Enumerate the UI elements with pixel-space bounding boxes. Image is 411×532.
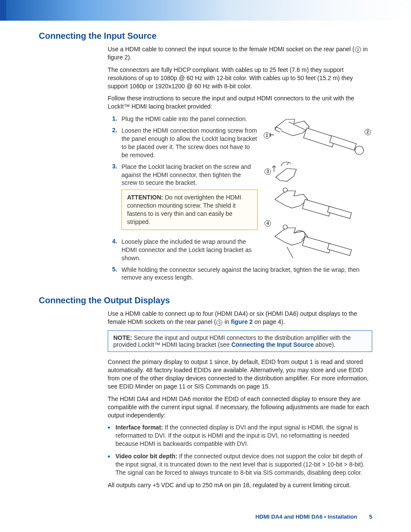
lockit-illustration-svg xyxy=(263,113,375,260)
bullet-interface-format: • Interface format: If the connected dis… xyxy=(108,423,372,448)
svg-point-9 xyxy=(283,188,287,192)
heading-connecting-output: Connecting the Output Displays xyxy=(39,296,372,305)
p1-prefix: Use a HDMI cable to connect the input so… xyxy=(108,46,355,53)
lockit-diagram: 1 2 3 4 xyxy=(263,113,375,260)
note-text-b: above). xyxy=(314,341,336,348)
note-label: NOTE: xyxy=(113,334,132,341)
section2-p1: Use a HDMI cable to connect up to four (… xyxy=(108,310,372,326)
section2-p4: All outputs carry +5 VDC and up to 250 m… xyxy=(108,481,372,489)
section2-closing: All outputs carry +5 VDC and up to 250 m… xyxy=(108,481,372,489)
note-link[interactable]: Connecting the Input Source xyxy=(231,341,314,348)
section2-p3: The HDMI DA4 and HDMI DA6 monitor the ED… xyxy=(108,395,372,420)
step-text: Loosen the HDMI connection mounting scre… xyxy=(121,127,258,159)
step-1: 1. Plug the HDMI cable into the panel co… xyxy=(108,115,258,123)
page-footer: HDMI DA4 and HDMI DA6 • Installation 5 xyxy=(0,513,411,520)
step-4: 4. Loosely place the included tie wrap a… xyxy=(108,238,258,262)
svg-rect-3 xyxy=(330,136,356,150)
step-text: Plug the HDMI cable into the panel conne… xyxy=(121,115,258,123)
step-number: 5. xyxy=(108,266,117,282)
step-text: Place the LockIt lacing bracket on the s… xyxy=(121,163,258,234)
bullet-label: Video color bit depth: xyxy=(115,453,177,460)
section1-steps: 1 2 3 4 1. Plug the HDMI cable into the … xyxy=(108,115,372,282)
p1b: in xyxy=(223,318,231,325)
svg-marker-5 xyxy=(276,168,296,181)
footer-page-number: 5 xyxy=(369,513,372,520)
svg-rect-12 xyxy=(327,243,352,255)
step-3: 3. Place the LockIt lacing bracket on th… xyxy=(108,163,258,234)
step3-text: Place the LockIt lacing bracket on the s… xyxy=(121,163,251,187)
bullet-icon: • xyxy=(108,423,115,448)
p1c: on page 4). xyxy=(253,318,285,325)
section1-p3: Follow these instructions to secure the … xyxy=(108,94,372,111)
step-5: 5. While holding the connector securely … xyxy=(108,266,372,282)
attention-label: ATTENTION: xyxy=(127,194,163,201)
page-content: Connecting the Input Source Use a HDMI c… xyxy=(0,31,411,489)
section1-body: Use a HDMI cable to connect the input so… xyxy=(108,45,372,111)
bullet-color-depth: • Video color bit depth: If the connecte… xyxy=(108,452,372,477)
section2-p2: Connect the primary display to output 1 … xyxy=(108,358,372,391)
bullet-text: Video color bit depth: If the connected … xyxy=(115,452,372,477)
svg-marker-10 xyxy=(275,228,308,245)
svg-rect-8 xyxy=(327,206,352,218)
step-2: 2. Loosen the HDMI connection mounting s… xyxy=(108,127,258,159)
svg-rect-2 xyxy=(304,128,336,147)
step-text: Loosely place the included tie wrap arou… xyxy=(121,238,258,262)
step-number: 1. xyxy=(108,115,117,123)
footer-label: HDMI DA4 and HDMI DA6 • Installation xyxy=(255,513,357,520)
page-header-gradient xyxy=(0,0,411,21)
section2-bullets: • Interface format: If the connected dis… xyxy=(108,423,372,476)
svg-marker-0 xyxy=(275,119,309,136)
svg-rect-7 xyxy=(302,199,332,216)
svg-point-4 xyxy=(355,146,364,155)
attention-box: ATTENTION: Do not overtighten the HDMI c… xyxy=(121,190,258,230)
bullet-icon: • xyxy=(108,452,115,477)
bullet-text: Interface format: If the connected displ… xyxy=(115,423,372,448)
svg-point-13 xyxy=(283,225,287,229)
section1-p2: The connectors are fully HDCP compliant.… xyxy=(108,66,372,90)
step-number: 2. xyxy=(108,127,117,159)
svg-marker-6 xyxy=(275,191,308,208)
note-box: NOTE: Secure the input and output HDMI c… xyxy=(108,330,372,352)
section1-p1: Use a HDMI cable to connect the input so… xyxy=(108,45,372,62)
bullet-label: Interface format: xyxy=(115,424,163,431)
svg-rect-11 xyxy=(302,236,332,253)
heading-connecting-input: Connecting the Input Source xyxy=(39,31,372,41)
figure2-link[interactable]: figure 2 xyxy=(231,318,253,325)
step-number: 3. xyxy=(108,163,117,234)
circled-2-icon: 2 xyxy=(355,47,361,53)
section2-body: Use a HDMI cable to connect up to four (… xyxy=(108,310,372,419)
step-number: 4. xyxy=(108,238,117,262)
step-text: While holding the connector securely aga… xyxy=(121,266,372,282)
circled-3-icon: 3 xyxy=(216,320,222,326)
